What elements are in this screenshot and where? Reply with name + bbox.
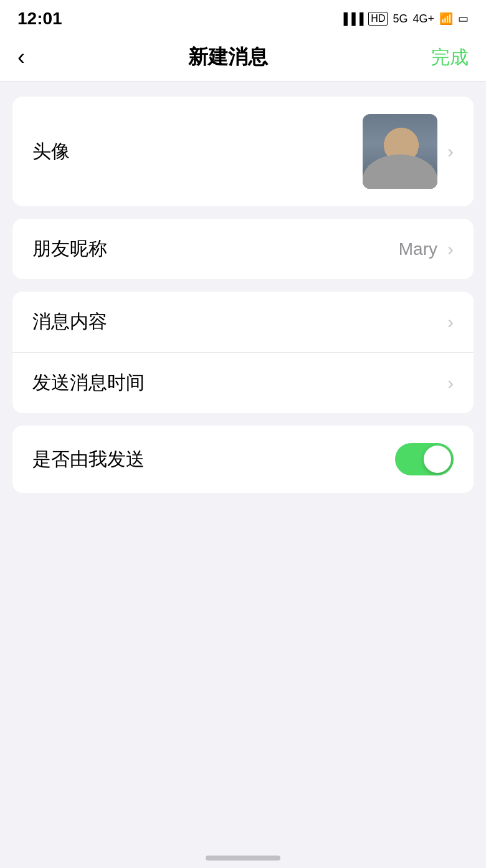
nickname-label: 朋友昵称 — [32, 236, 107, 262]
status-bar: 12:01 ▐▐▐ HD 5G 4G+ 📶 ▭ — [0, 0, 486, 34]
signal-icon: ▐▐▐ — [340, 12, 363, 26]
nickname-value: Mary — [399, 239, 437, 259]
toggle-row: 是否由我发送 — [12, 426, 474, 493]
nickname-card: 朋友昵称 Mary › — [12, 219, 474, 279]
4g-icon: 4G+ — [412, 12, 434, 26]
nickname-row[interactable]: 朋友昵称 Mary › — [12, 219, 474, 279]
page-title: 新建消息 — [188, 44, 268, 71]
toggle-card: 是否由我发送 — [12, 426, 474, 493]
toggle-knob — [424, 446, 451, 473]
status-icons: ▐▐▐ HD 5G 4G+ 📶 ▭ — [340, 12, 469, 26]
message-content-row-right: › — [447, 312, 454, 333]
avatar-row[interactable]: 头像 › — [12, 97, 474, 206]
message-content-row[interactable]: 消息内容 › — [12, 292, 474, 352]
send-time-row[interactable]: 发送消息时间 › — [12, 352, 474, 413]
message-content-label: 消息内容 — [32, 309, 107, 335]
send-time-row-right: › — [447, 373, 454, 394]
done-button[interactable]: 完成 — [431, 45, 469, 70]
avatar-label: 头像 — [32, 139, 70, 165]
avatar-image[interactable] — [363, 114, 437, 189]
avatar-chevron-icon: › — [447, 141, 454, 162]
nickname-row-right: Mary › — [399, 239, 454, 260]
message-content-chevron-icon: › — [447, 312, 454, 333]
hd-icon: HD — [368, 12, 388, 26]
toggle-label: 是否由我发送 — [32, 447, 145, 472]
avatar-photo — [363, 114, 437, 189]
avatar-card: 头像 › — [12, 97, 474, 206]
wifi-icon: 📶 — [439, 12, 453, 26]
message-card: 消息内容 › 发送消息时间 › — [12, 292, 474, 413]
nickname-chevron-icon: › — [447, 239, 454, 260]
content-area: 头像 › 朋友昵称 Mary › 消息内容 › 发送消息时 — [0, 82, 486, 508]
avatar-row-right: › — [363, 114, 454, 189]
back-button[interactable]: ‹ — [17, 46, 25, 69]
send-time-label: 发送消息时间 — [32, 370, 145, 396]
home-indicator — [206, 856, 280, 861]
send-by-me-toggle[interactable] — [395, 443, 454, 475]
5g-icon: 5G — [393, 12, 407, 26]
send-time-chevron-icon: › — [447, 373, 454, 394]
nav-bar: ‹ 新建消息 完成 — [0, 34, 486, 82]
battery-icon: ▭ — [458, 12, 469, 26]
status-time: 12:01 — [17, 9, 62, 29]
